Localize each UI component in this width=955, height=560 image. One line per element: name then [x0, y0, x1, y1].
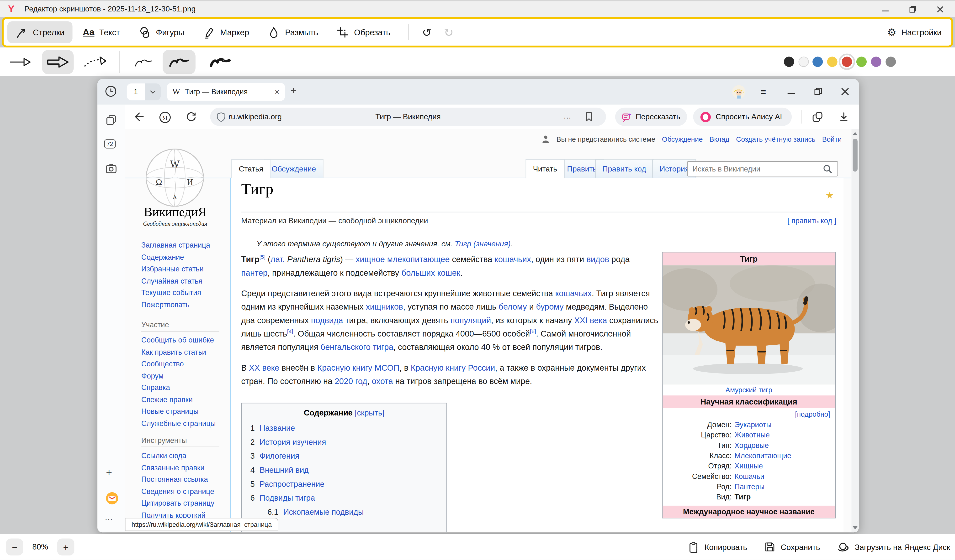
personal-link[interactable]: Вклад	[709, 136, 730, 143]
tab-group-pill[interactable]: 1	[127, 83, 161, 100]
tool-arrows-button[interactable]: Стрелки	[8, 21, 73, 43]
toc-item[interactable]: 5Распространение	[242, 477, 446, 491]
sidebar-link[interactable]: Сообщить об ошибке	[141, 335, 216, 346]
color-green-swatch[interactable]	[856, 56, 867, 67]
toc-item[interactable]: 2История изучения	[242, 435, 446, 449]
color-red-swatch-selected[interactable]	[842, 56, 852, 67]
image-caption[interactable]: Амурский тигр	[663, 384, 835, 395]
screenshot-camera-icon[interactable]	[105, 163, 117, 174]
personal-link[interactable]: Войти	[822, 136, 842, 143]
tab-article[interactable]: Статья	[231, 159, 271, 178]
stroke-medium-button[interactable]	[163, 50, 196, 74]
minimize-button[interactable]	[872, 1, 899, 17]
tab-edit-code[interactable]: Править код	[595, 159, 653, 178]
upload-yandex-disk-button[interactable]: Загрузить на Яндекс Диск	[837, 541, 950, 553]
tab-read[interactable]: Читать	[526, 159, 565, 178]
zoom-out-button[interactable]: −	[6, 538, 23, 555]
panels-copy-icon[interactable]	[105, 114, 117, 126]
sidebar-link[interactable]: Пожертвовать	[141, 299, 210, 311]
stroke-thin-button[interactable]	[130, 50, 157, 74]
zoom-in-button[interactable]: +	[57, 538, 74, 555]
copy-button[interactable]: Копировать	[688, 541, 747, 552]
tool-shapes-button[interactable]: Фигуры	[130, 21, 192, 43]
save-button[interactable]: Сохранить	[764, 541, 820, 552]
close-button[interactable]	[926, 1, 954, 17]
sidebar-link[interactable]: Постоянная ссылка	[141, 474, 214, 486]
tool-crop-button[interactable]: Обрезать	[329, 21, 398, 43]
bookmark-flag-icon[interactable]	[584, 111, 594, 122]
tab-count-badge[interactable]: 72	[104, 139, 115, 148]
scroll-up-icon[interactable]	[853, 132, 857, 135]
color-black-swatch[interactable]	[784, 56, 794, 67]
sidebar-link[interactable]: Случайная статья	[141, 275, 210, 287]
browser-minimize-button[interactable]	[787, 85, 795, 97]
classification-header[interactable]: Научная классификация	[663, 395, 835, 408]
sidebar-link[interactable]: Ссылки сюда	[141, 450, 214, 462]
tool-marker-button[interactable]: Маркер	[194, 21, 257, 43]
stroke-thick-button[interactable]	[205, 50, 235, 74]
back-icon[interactable]	[133, 111, 144, 122]
tab-close-icon[interactable]: ✕	[274, 89, 280, 95]
color-purple-swatch[interactable]	[871, 56, 881, 67]
reload-icon[interactable]	[186, 111, 197, 122]
yandex-mail-icon[interactable]	[105, 491, 119, 505]
sidebar-link[interactable]: Избранные статьи	[141, 264, 210, 276]
toc-item[interactable]: 3Филогения	[242, 449, 446, 463]
new-tab-button[interactable]: +	[291, 85, 296, 97]
search-icon[interactable]	[823, 164, 833, 174]
settings-button[interactable]: ⚙ Настройки	[883, 26, 945, 38]
chevron-down-icon[interactable]	[145, 83, 161, 100]
sidebar-link[interactable]: Новые страницы	[141, 406, 216, 418]
featured-star-icon[interactable]: ★	[826, 190, 834, 201]
arrow-style-dotted-button[interactable]	[81, 50, 110, 74]
personal-link[interactable]: Создать учётную запись	[736, 136, 815, 143]
sidebar-link[interactable]: Форум	[141, 370, 216, 382]
browser-close-button[interactable]	[841, 87, 849, 95]
toc-item[interactable]: 6.1Ископаемые подвиды	[242, 505, 446, 519]
browser-restore-button[interactable]	[814, 87, 822, 95]
collections-tag-icon[interactable]	[812, 111, 823, 123]
rail-add-button[interactable]: +	[106, 467, 112, 479]
scroll-down-icon[interactable]	[853, 526, 857, 529]
search-input[interactable]	[687, 161, 838, 176]
tab-discussion[interactable]: Обсуждение	[264, 159, 323, 178]
history-clock-icon[interactable]	[105, 85, 117, 97]
details-link[interactable]: [подробно]	[663, 408, 835, 420]
sidebar-link[interactable]: Справка	[141, 382, 216, 394]
browser-menu-icon[interactable]: ≡	[761, 86, 766, 97]
alice-avatar[interactable]	[731, 85, 746, 99]
editor-canvas[interactable]: 1 W Тигр — Википедия ✕ + ≡ Я	[0, 76, 955, 534]
personal-link[interactable]: Обсуждение	[662, 136, 703, 143]
sidebar-link[interactable]: Содержание	[141, 252, 210, 264]
toc-item[interactable]: 6Подвиды тигра	[242, 491, 446, 505]
toc-item[interactable]: 1Название	[242, 421, 446, 435]
toc-hide-link[interactable]: [скрыть]	[355, 408, 384, 417]
sidebar-link[interactable]: Текущие события	[141, 287, 210, 299]
retell-button[interactable]: Пересказать	[615, 108, 687, 126]
download-icon[interactable]	[839, 111, 849, 122]
color-yellow-swatch[interactable]	[827, 56, 837, 67]
maximize-button[interactable]	[899, 1, 926, 17]
address-bar[interactable]: ru.wikipedia.org Тигр — Википедия …	[210, 108, 606, 126]
wikipedia-wordmark[interactable]: ВикипедиЯ	[125, 204, 225, 220]
sidebar-link[interactable]: Сообщество	[141, 359, 216, 370]
toc-item[interactable]: 4Внешний вид	[242, 463, 446, 477]
sidebar-link[interactable]: Свежие правки	[141, 394, 216, 406]
tiger-photo[interactable]	[663, 265, 835, 384]
rail-more-icon[interactable]: ⋯	[105, 515, 113, 524]
sidebar-link[interactable]: Заглавная страница	[141, 240, 210, 252]
sidebar-link[interactable]: Служебные страницы	[141, 418, 216, 429]
browser-tab-active[interactable]: W Тигр — Википедия ✕	[167, 83, 285, 101]
scrollbar-thumb[interactable]	[853, 139, 857, 172]
ask-alice-button[interactable]: Спросить Алису AI	[693, 108, 792, 126]
sidebar-link[interactable]: Связанные правки	[141, 462, 214, 474]
yandex-search-icon[interactable]: Я	[159, 111, 171, 123]
edit-code-link[interactable]: [ править код ]	[787, 217, 836, 225]
sidebar-link[interactable]: Сведения о странице	[141, 486, 214, 498]
more-dots-icon[interactable]: …	[564, 111, 572, 120]
sidebar-link[interactable]: Цитировать страницу	[141, 498, 214, 510]
color-blue-swatch[interactable]	[813, 56, 823, 67]
sidebar-link[interactable]: Как править статьи	[141, 346, 216, 359]
color-gray-swatch[interactable]	[886, 56, 896, 67]
undo-button[interactable]: ↺	[416, 25, 438, 39]
